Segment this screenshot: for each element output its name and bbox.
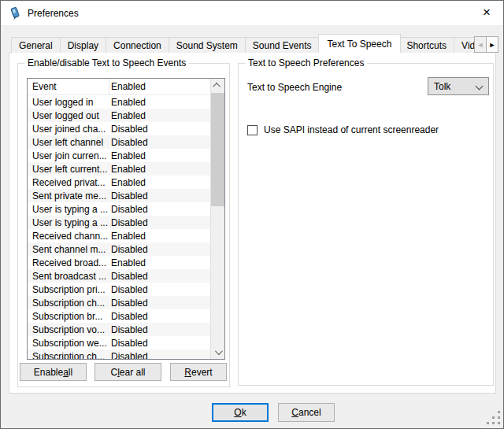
tts-events-group-title: Enable/disable Text to Speech Events: [24, 57, 189, 68]
list-scrollbar[interactable]: [210, 79, 224, 359]
event-cell: Sent broadcast ...: [28, 271, 109, 282]
status-cell: Enabled: [109, 164, 210, 175]
enable-all-button[interactable]: Enable all: [20, 363, 87, 381]
list-row[interactable]: Sent channel m...Disabled: [28, 242, 210, 256]
status-cell: Disabled: [109, 324, 210, 335]
close-icon: ×: [483, 5, 491, 20]
list-row[interactable]: Received broad...Enabled: [28, 256, 210, 269]
event-cell: Received privat...: [28, 177, 109, 188]
button-label: ll: [69, 367, 72, 378]
status-cell: Disabled: [109, 137, 210, 148]
status-cell: Enabled: [109, 150, 210, 161]
status-cell: Disabled: [109, 124, 210, 135]
status-cell: Disabled: [109, 244, 210, 255]
clear-all-button[interactable]: Clear all: [94, 363, 161, 381]
event-cell: User join curren...: [28, 150, 109, 161]
event-cell: User left current...: [28, 164, 109, 175]
revert-button[interactable]: Revert: [170, 363, 227, 381]
status-cell: Enabled: [109, 257, 210, 268]
button-label: ancel: [298, 407, 321, 418]
list-row[interactable]: Subscription br...Disabled: [28, 309, 210, 323]
status-cell: Disabled: [109, 204, 210, 215]
button-label: ear all: [120, 367, 146, 378]
list-row[interactable]: Sent private me...Disabled: [28, 189, 210, 202]
tab-text-to-speech[interactable]: Text To Speech: [318, 34, 402, 53]
tts-engine-value: Tolk: [434, 81, 450, 92]
status-cell: Disabled: [109, 311, 210, 322]
tts-events-group: Enable/disable Text to Speech Events Eve…: [17, 63, 230, 387]
list-row[interactable]: Subscription ch...Disabled: [28, 349, 210, 359]
scrollbar-thumb[interactable]: [211, 93, 224, 206]
button-label: Enable: [34, 367, 63, 378]
button-mnemonic: O: [234, 407, 241, 418]
list-row[interactable]: User is typing a ...Disabled: [28, 216, 210, 229]
resize-grip[interactable]: [485, 411, 500, 426]
tab-connection[interactable]: Connection: [106, 37, 169, 53]
sapi-checkbox[interactable]: [247, 125, 258, 135]
list-row[interactable]: Subscription ch...Disabled: [28, 296, 210, 309]
sapi-checkbox-label: Use SAPI instead of current screenreader: [264, 124, 439, 135]
tab-sound-events[interactable]: Sound Events: [245, 37, 320, 53]
button-mnemonic: C: [291, 407, 298, 418]
button-mnemonic: R: [184, 367, 191, 378]
list-row[interactable]: Sent broadcast ...Disabled: [28, 269, 210, 283]
ok-button[interactable]: Ok: [212, 403, 269, 422]
list-row[interactable]: Subscription vo...Disabled: [28, 323, 210, 336]
tab-general[interactable]: General: [11, 37, 61, 53]
event-cell: Received broad...: [28, 257, 109, 268]
event-cell: Subscription ch...: [28, 298, 109, 309]
right-arrow-icon: ►: [489, 41, 496, 49]
column-header-event[interactable]: Event: [28, 79, 109, 95]
tab-strip: General Display Connection Sound System …: [11, 36, 486, 53]
tts-engine-select[interactable]: Tolk: [428, 77, 489, 95]
list-row[interactable]: User logged outEnabled: [28, 109, 210, 122]
status-cell: Disabled: [109, 338, 210, 349]
engine-label: Text to Speech Engine: [247, 82, 342, 93]
status-cell: Enabled: [109, 110, 210, 121]
tab-display[interactable]: Display: [60, 37, 106, 53]
list-row[interactable]: Received privat...Enabled: [28, 176, 210, 189]
titlebar[interactable]: Preferences ×: [1, 1, 503, 25]
close-button[interactable]: ×: [470, 1, 503, 24]
tts-preferences-group: Text to Speech Preferences Text to Speec…: [238, 63, 494, 386]
list-row[interactable]: Received chann...Enabled: [28, 229, 210, 242]
tab-scroll-right-button[interactable]: ►: [486, 36, 498, 53]
tab-shortcuts[interactable]: Shortcuts: [398, 37, 454, 53]
list-row[interactable]: User is typing a ...Disabled: [28, 202, 210, 216]
list-body: User logged inEnabled User logged outEna…: [28, 95, 210, 359]
event-cell: Subscription ch...: [28, 351, 109, 360]
list-row[interactable]: User join curren...Enabled: [28, 149, 210, 162]
list-row[interactable]: Subscription pri...Disabled: [28, 283, 210, 296]
status-cell: Disabled: [109, 217, 210, 228]
chevron-down-icon: [476, 83, 484, 91]
tab-scroll-left-button[interactable]: ◄: [474, 36, 487, 53]
status-cell: Disabled: [109, 298, 210, 309]
tab-page-text-to-speech: Enable/disable Text to Speech Events Eve…: [9, 52, 496, 394]
list-row[interactable]: Subscription we...Disabled: [28, 336, 210, 349]
chevron-down-icon: [215, 347, 223, 355]
tab-sound-system[interactable]: Sound System: [169, 37, 246, 53]
event-cell: Received chann...: [28, 231, 109, 242]
cancel-button[interactable]: Cancel: [278, 403, 335, 422]
sapi-checkbox-row[interactable]: Use SAPI instead of current screenreader: [247, 124, 439, 135]
button-mnemonic: a: [63, 367, 69, 378]
list-row[interactable]: User logged inEnabled: [28, 95, 210, 109]
status-cell: Disabled: [109, 271, 210, 282]
button-label: C: [110, 367, 117, 378]
status-cell: Disabled: [109, 284, 210, 295]
scrollbar-up-button[interactable]: [211, 79, 224, 92]
status-cell: Enabled: [109, 231, 210, 242]
preferences-dialog: Preferences × General Display Connection…: [0, 0, 504, 429]
list-row[interactable]: User left channelDisabled: [28, 135, 210, 149]
tts-events-list[interactable]: Event Enabled User logged inEnabled User…: [27, 78, 225, 360]
app-icon: [9, 6, 22, 20]
event-cell: User logged in: [28, 97, 109, 108]
column-header-enabled[interactable]: Enabled: [109, 81, 210, 92]
list-header[interactable]: Event Enabled: [28, 79, 210, 95]
scrollbar-down-button[interactable]: [211, 346, 224, 359]
event-cell: Subscription vo...: [28, 324, 109, 335]
list-row[interactable]: User joined cha...Disabled: [28, 122, 210, 135]
status-cell: Enabled: [109, 177, 210, 188]
list-row[interactable]: User left current...Enabled: [28, 162, 210, 176]
event-cell: Subscription pri...: [28, 284, 109, 295]
